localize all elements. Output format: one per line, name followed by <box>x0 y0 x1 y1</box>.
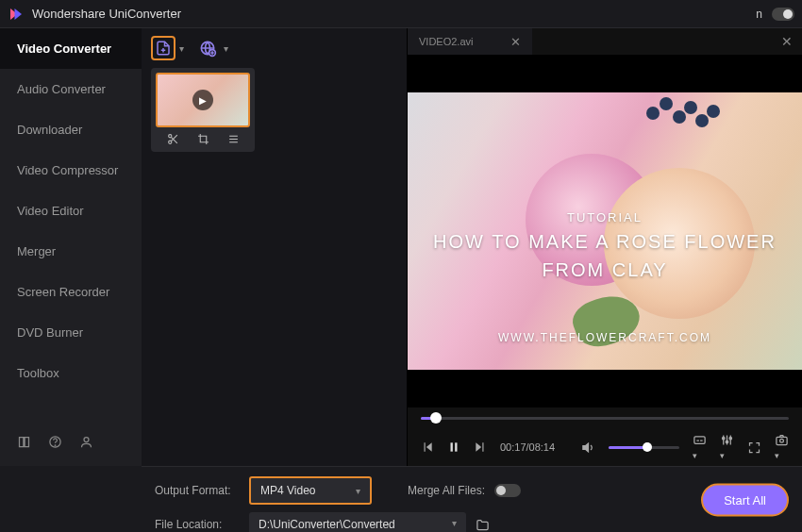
user-icon[interactable] <box>79 435 93 449</box>
preview-tabbar: VIDEO2.avi ✕ ✕ <box>408 28 802 55</box>
sidebar-item-screen-recorder[interactable]: Screen Recorder <box>0 272 142 312</box>
chevron-down-icon: ▾ <box>452 518 457 531</box>
sidebar-item-video-converter[interactable]: Video Converter <box>0 28 142 69</box>
volume-icon[interactable] <box>581 441 595 455</box>
more-icon[interactable] <box>227 133 240 145</box>
svg-point-2 <box>84 438 89 442</box>
svg-point-13 <box>723 437 726 440</box>
sidebar-item-dvd-burner[interactable]: DVD Burner <box>0 312 142 353</box>
svg-rect-8 <box>229 139 238 140</box>
trim-icon[interactable] <box>167 133 179 145</box>
crop-icon[interactable] <box>197 133 209 145</box>
video-overlay-line1: TUTORIAL <box>408 210 802 224</box>
file-location-select[interactable]: D:\UniConverter\Converted ▾ <box>249 512 466 532</box>
book-icon[interactable] <box>17 435 31 449</box>
merge-toggle[interactable] <box>494 484 521 497</box>
titlebar: Wondershare UniConverter n <box>0 0 802 28</box>
help-icon[interactable] <box>48 435 62 449</box>
video-overlay-line3: FROM CLAY <box>408 259 802 281</box>
sidebar-item-audio-converter[interactable]: Audio Converter <box>0 69 142 109</box>
sidebar-item-video-compressor[interactable]: Video Compressor <box>0 150 142 191</box>
svg-rect-12 <box>694 437 705 444</box>
settings-icon[interactable]: ▾ <box>720 433 734 461</box>
svg-point-14 <box>726 441 728 443</box>
seek-bar[interactable] <box>408 407 802 428</box>
add-file-icon[interactable] <box>151 36 175 60</box>
output-format-select[interactable]: MP4 Video ▾ <box>249 476 372 505</box>
svg-point-17 <box>780 439 784 442</box>
add-url-icon[interactable] <box>195 36 220 60</box>
close-icon[interactable]: ✕ <box>510 35 521 49</box>
preview-close-icon[interactable]: ✕ <box>772 34 802 49</box>
player-controls: 00:17/08:14 ▾ ▾ ▾ <box>408 428 802 466</box>
next-icon[interactable] <box>474 441 487 454</box>
chevron-down-icon[interactable]: ▾ <box>179 43 184 54</box>
sidebar-item-toolbox[interactable]: Toolbox <box>0 353 142 393</box>
sidebar-item-video-editor[interactable]: Video Editor <box>0 191 142 231</box>
video-overlay-url: WWW.THEFLOWERCRAFT.COM <box>408 331 802 344</box>
svg-rect-11 <box>455 442 457 451</box>
merge-label: Merge All Files: <box>408 484 485 497</box>
chevron-down-icon: ▾ <box>356 486 360 496</box>
svg-point-5 <box>168 135 171 138</box>
snapshot-icon[interactable]: ▾ <box>775 433 789 461</box>
output-format-label: Output Format: <box>155 484 240 497</box>
video-overlay-line2: HOW TO MAKE A ROSE FLOWER <box>408 231 802 253</box>
subtitle-icon[interactable]: ▾ <box>693 433 707 461</box>
app-title: Wondershare UniConverter <box>32 7 181 21</box>
svg-rect-9 <box>229 141 238 142</box>
svg-point-6 <box>168 141 171 143</box>
prev-icon[interactable] <box>421 441 434 454</box>
svg-point-1 <box>55 445 56 446</box>
start-all-button[interactable]: Start All <box>701 483 789 516</box>
app-logo-icon <box>8 6 25 23</box>
open-folder-icon[interactable] <box>476 518 490 532</box>
sidebar: Video Converter Audio Converter Download… <box>0 28 142 466</box>
file-location-label: File Location: <box>155 518 240 531</box>
preview-panel: VIDEO2.avi ✕ ✕ TUTORIAL HOW TO MAKE A <box>407 28 802 466</box>
video-preview[interactable]: TUTORIAL HOW TO MAKE A ROSE FLOWER FROM … <box>408 55 802 407</box>
svg-rect-16 <box>777 437 787 444</box>
svg-rect-10 <box>451 442 453 451</box>
bottom-bar: Output Format: MP4 Video ▾ Merge All Fil… <box>142 466 802 532</box>
chevron-down-icon[interactable]: ▾ <box>224 43 228 54</box>
fullscreen-icon[interactable] <box>747 441 761 455</box>
sidebar-item-merger[interactable]: Merger <box>0 231 142 272</box>
svg-rect-7 <box>229 136 238 137</box>
volume-slider[interactable] <box>609 446 679 449</box>
sidebar-item-downloader[interactable]: Downloader <box>0 109 142 150</box>
file-thumb-card: ▶ <box>151 68 255 152</box>
play-icon: ▶ <box>192 90 213 110</box>
pause-icon[interactable] <box>447 441 460 454</box>
titlebar-letter: n <box>756 8 762 21</box>
playback-time: 00:17/08:14 <box>500 441 555 453</box>
svg-point-15 <box>729 437 732 440</box>
tab-label: VIDEO2.avi <box>419 36 473 47</box>
workarea: ▾ ▾ ▶ Convert VIDEO2.avi ✕ <box>142 28 802 466</box>
titlebar-toggle[interactable] <box>772 8 794 21</box>
file-thumbnail[interactable]: ▶ <box>156 73 250 127</box>
preview-tab[interactable]: VIDEO2.avi ✕ <box>408 28 532 55</box>
